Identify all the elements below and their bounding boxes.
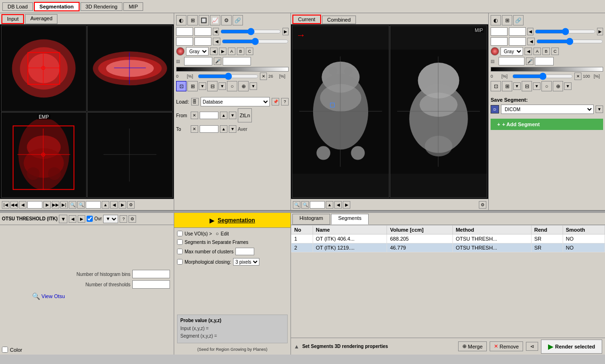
zoom-in-btn[interactable]: 🔍	[69, 201, 76, 209]
frame-slider[interactable]	[220, 28, 281, 35]
frame-prev-btn[interactable]: ◀	[213, 28, 219, 35]
colormap-select[interactable]: Gray	[186, 47, 209, 56]
nav-prev-btn[interactable]: ◀	[19, 201, 26, 209]
table-row[interactable]: 1 OT (ITK) 406.4... 688.205 OTSU THRESH.…	[291, 235, 605, 243]
r-stamp-btn[interactable]: ⊕	[553, 81, 563, 91]
r-max-input[interactable]: 2.0	[535, 57, 554, 65]
color-check[interactable]	[2, 347, 8, 353]
r-frame-val-input[interactable]: 1	[509, 27, 526, 36]
r-overlay-btn[interactable]: ⊡	[491, 81, 501, 91]
morph-select[interactable]: 3 pixels	[233, 258, 259, 266]
r-frame-prev-btn[interactable]: ◀	[527, 28, 533, 35]
tab-input[interactable]: Input	[1, 14, 24, 24]
viewer-cell-bl[interactable]: EMP	[1, 112, 87, 198]
range-x-btn[interactable]: ✕	[260, 73, 267, 80]
nav-prev-prev-btn[interactable]: ◀◀	[10, 201, 18, 209]
r-cmap-a-btn[interactable]: A	[533, 48, 541, 55]
table-btn[interactable]: ⊟	[207, 81, 218, 91]
right-scroll-r[interactable]: ▶	[343, 201, 350, 209]
tab-segmentation[interactable]: Segmentation	[34, 2, 80, 11]
right-zoom-input[interactable]: 1.0	[310, 201, 325, 209]
table-dd-btn[interactable]: ▼	[218, 82, 226, 90]
param-input-1[interactable]: 2	[132, 280, 170, 289]
right-viewer-cell-2[interactable]: MIP	[390, 25, 487, 198]
circle-btn[interactable]: ○	[227, 81, 237, 91]
load-help-btn[interactable]: ?	[281, 98, 289, 105]
load-select[interactable]: Database	[201, 97, 270, 106]
zoom-input[interactable]: 1.0	[86, 201, 101, 209]
algo-ovr-check[interactable]	[87, 216, 93, 222]
cmap-play-btn[interactable]: ▶	[219, 48, 226, 55]
r-circle-btn[interactable]: ○	[541, 81, 552, 91]
algo-help-btn[interactable]: ?	[120, 215, 127, 223]
r-stamp-dd-btn[interactable]: ▼	[564, 82, 572, 90]
fit-btn[interactable]: ▲	[102, 201, 109, 209]
graph-icon[interactable]: 📈	[210, 15, 220, 25]
tab-current[interactable]: Current	[292, 15, 321, 24]
r-contrast-icon[interactable]: ◐	[491, 15, 501, 25]
from-x-btn[interactable]: ✕	[191, 112, 198, 119]
remove-button[interactable]: ✕ Remove	[490, 341, 523, 351]
frame-next-btn[interactable]: ▶	[282, 28, 289, 35]
add-segment-button[interactable]: + + Add Segment	[491, 119, 603, 130]
r-table-btn[interactable]: ⊟	[522, 81, 532, 91]
nav-last-btn[interactable]: ▶|	[60, 201, 68, 209]
viewer-cell-tr[interactable]	[87, 25, 173, 112]
r-window-icon[interactable]: ⊞	[502, 15, 512, 25]
zoom-out-btn[interactable]: 🔍	[77, 201, 85, 209]
tab-histogram[interactable]: Histogram	[292, 214, 330, 225]
range-slider-left[interactable]	[198, 73, 258, 79]
min-input[interactable]: 0.0	[184, 57, 212, 65]
cmap-c-btn[interactable]: C	[246, 48, 253, 55]
cmap-prev-btn[interactable]: ◀	[210, 48, 218, 55]
tab-segments[interactable]: Segments	[331, 214, 369, 225]
r-grid-btn[interactable]: ⊞	[502, 81, 512, 91]
tab-combined[interactable]: Combined	[322, 16, 356, 24]
scroll-right-btn[interactable]: ▶	[119, 201, 126, 209]
r-frame-num-input[interactable]: 118	[491, 27, 508, 36]
save-format-select[interactable]: DICOM	[501, 105, 594, 114]
r-link-icon[interactable]: 🔗	[513, 15, 524, 25]
tab-averaged[interactable]: Averaged	[25, 14, 57, 24]
morphological-check[interactable]	[177, 259, 183, 265]
merge-button[interactable]: ⊕ Merge	[458, 341, 487, 351]
scroll-left-btn[interactable]: ◀	[110, 201, 118, 209]
grid-dd-btn[interactable]: ▼	[199, 82, 206, 90]
to-spin-up[interactable]: ▲	[220, 125, 227, 133]
settings-btn[interactable]: ⚙	[127, 201, 135, 209]
right-settings-btn[interactable]: ⚙	[479, 201, 486, 209]
save-dd-btn[interactable]: ▼	[596, 105, 603, 113]
frame-num-input[interactable]: 118	[176, 27, 193, 36]
stamp-btn[interactable]: ⊕	[238, 81, 249, 91]
tab-mip[interactable]: MIP	[123, 2, 143, 11]
zoom-icon[interactable]: 🔲	[199, 15, 209, 25]
nav-next-next-btn[interactable]: ▶▶	[52, 201, 59, 209]
to-input[interactable]: 1	[200, 125, 218, 133]
frame-sub2-input[interactable]	[194, 37, 211, 46]
frame-val-input[interactable]: 1	[194, 27, 211, 36]
from-spin-up[interactable]: ▲	[220, 112, 227, 119]
right-zoom-icon[interactable]: 🔍	[293, 201, 300, 209]
r-frame-sub2-input[interactable]	[509, 37, 526, 46]
render-selected-button[interactable]: ▶ Render selected	[541, 340, 602, 354]
r-range-x-btn[interactable]: ✕	[574, 73, 581, 80]
cmap-a-btn[interactable]: A	[228, 48, 235, 55]
from-spin-dn[interactable]: ▼	[229, 112, 236, 119]
db-icon-btn[interactable]: 🗄	[191, 98, 199, 105]
ztln-button[interactable]: ZtLn	[238, 108, 252, 122]
table-row[interactable]: 2 OT (ITK) 1219.... 46.779 OTSU THRESH..…	[291, 243, 605, 252]
cmap-b-btn[interactable]: B	[237, 48, 244, 55]
r-frame-slider[interactable]	[535, 28, 596, 35]
nav-first-btn[interactable]: |◀	[2, 201, 9, 209]
algo-prev-btn[interactable]: ◀	[69, 215, 76, 223]
r-frame-sub-input[interactable]	[491, 37, 508, 46]
r-colormap-select[interactable]: Gray	[500, 47, 523, 56]
max-input[interactable]: 1066.164	[223, 57, 251, 65]
algo-mode-select[interactable]: ▼	[103, 215, 118, 223]
arrow-right-icon-btn[interactable]: ⊲	[526, 342, 538, 351]
algo-dropdown-btn[interactable]: ▼	[59, 215, 67, 223]
contrast-icon[interactable]: ◐	[176, 15, 186, 25]
r-frame-next-btn[interactable]: ▶	[597, 28, 603, 35]
r-sub-slider[interactable]	[536, 38, 603, 45]
to-x-btn[interactable]: ✕	[191, 125, 198, 133]
